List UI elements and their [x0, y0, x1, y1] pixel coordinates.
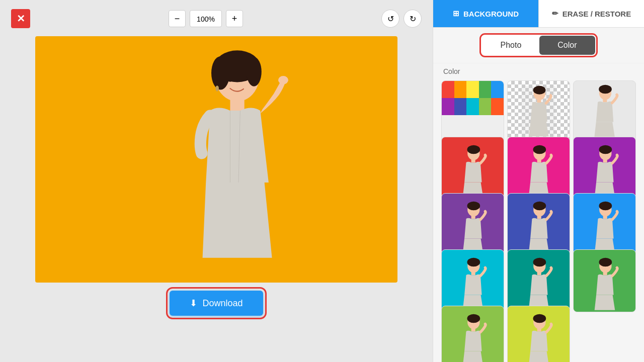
toolbar: ✕ − 100% + ↺ ↻: [5, 5, 428, 32]
download-area: ⬇ Download: [170, 291, 263, 316]
svg-point-10: [533, 86, 545, 95]
right-panel-header: ⊞ BACKGROUND ✏ ERASE / RESTORE: [433, 0, 644, 28]
canvas-area: [35, 36, 397, 283]
light-green-bg-item[interactable]: [441, 306, 504, 362]
dark-purple-bg-item[interactable]: [441, 193, 504, 256]
svg-rect-23: [603, 159, 607, 162]
svg-point-3: [247, 57, 262, 86]
svg-rect-44: [471, 328, 475, 331]
transparent-bg-item[interactable]: [507, 80, 570, 143]
photo-toggle-option[interactable]: Photo: [482, 36, 539, 55]
canvas-image: [35, 36, 397, 283]
svg-point-43: [467, 314, 480, 323]
svg-point-25: [467, 201, 480, 210]
person-figure: [173, 49, 298, 283]
svg-rect-29: [537, 215, 541, 219]
indigo-bg-item[interactable]: [507, 193, 570, 256]
svg-point-19: [533, 145, 546, 154]
blue-bg-item[interactable]: [573, 193, 636, 256]
svg-rect-14: [603, 99, 607, 103]
right-panel: ⊞ BACKGROUND ✏ ERASE / RESTORE Photo Col…: [433, 0, 644, 362]
purple-bg-item[interactable]: [573, 137, 636, 200]
svg-rect-4: [230, 98, 244, 111]
svg-rect-11: [537, 100, 541, 103]
svg-point-28: [533, 201, 546, 210]
photo-color-toggle-area: Photo Color: [433, 28, 644, 63]
teal-bg-item[interactable]: [507, 249, 570, 312]
svg-rect-41: [603, 272, 607, 275]
zoom-in-button[interactable]: +: [226, 10, 243, 27]
toolbar-center: − 100% +: [169, 10, 243, 27]
toolbar-left: ✕: [11, 9, 30, 28]
svg-point-34: [467, 257, 480, 266]
svg-point-2: [211, 56, 230, 89]
erase-restore-tab-label: ERASE / RESTORE: [562, 10, 631, 18]
svg-point-31: [599, 201, 612, 210]
redo-button[interactable]: ↻: [404, 10, 422, 28]
color-section-label: Color: [433, 63, 644, 77]
svg-point-40: [599, 257, 612, 266]
svg-point-5: [227, 76, 233, 82]
green-bg-item[interactable]: [573, 249, 636, 312]
color-toggle-option[interactable]: Color: [539, 36, 595, 55]
yellow-green-bg-item[interactable]: [507, 306, 570, 362]
photo-color-toggle: Photo Color: [481, 35, 596, 56]
svg-rect-26: [471, 215, 475, 219]
white-bg-item[interactable]: [573, 80, 636, 143]
download-button[interactable]: ⬇ Download: [170, 291, 263, 316]
background-tab[interactable]: ⊞ BACKGROUND: [433, 0, 539, 27]
svg-point-22: [599, 145, 612, 154]
pink-bg-item[interactable]: [507, 137, 570, 200]
svg-point-6: [240, 75, 247, 81]
svg-rect-35: [471, 272, 475, 275]
undo-button[interactable]: ↺: [381, 10, 399, 28]
color-swatch-grid-item[interactable]: [441, 80, 504, 143]
svg-point-13: [599, 85, 612, 94]
erase-restore-tab[interactable]: ✏ ERASE / RESTORE: [539, 0, 644, 27]
red-bg-item[interactable]: [441, 137, 504, 200]
zoom-out-button[interactable]: −: [169, 10, 186, 27]
svg-point-37: [533, 257, 546, 266]
svg-rect-47: [537, 328, 541, 331]
color-grid: [433, 77, 644, 362]
download-icon: ⬇: [190, 298, 197, 309]
left-panel: ✕ − 100% + ↺ ↻: [0, 0, 433, 362]
svg-point-16: [467, 145, 480, 154]
svg-point-8: [278, 76, 288, 84]
svg-rect-32: [603, 215, 607, 219]
download-label: Download: [202, 298, 243, 309]
cyan-bg-item[interactable]: [441, 249, 504, 312]
svg-point-7: [215, 85, 219, 92]
svg-point-46: [533, 314, 546, 323]
svg-rect-38: [537, 272, 541, 275]
layers-icon: ⊞: [453, 9, 459, 18]
svg-rect-20: [537, 159, 541, 162]
close-button[interactable]: ✕: [11, 9, 30, 28]
toolbar-right: ↺ ↻: [381, 10, 422, 28]
svg-rect-17: [471, 159, 475, 162]
zoom-display: 100%: [190, 10, 222, 27]
eraser-icon: ✏: [552, 9, 558, 18]
background-tab-label: BACKGROUND: [463, 10, 519, 18]
